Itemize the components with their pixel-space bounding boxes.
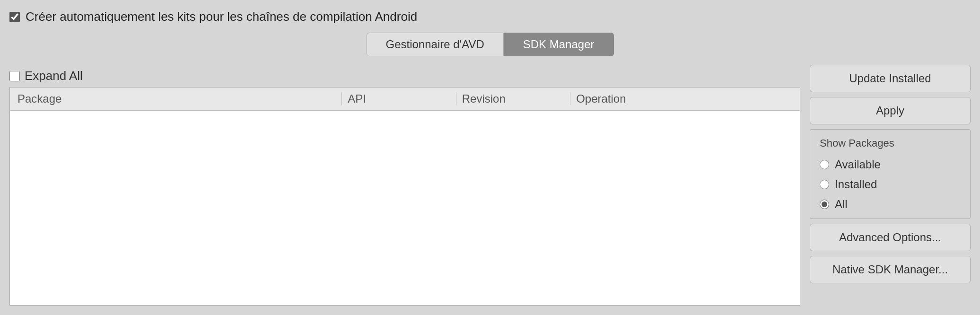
expand-all-checkbox[interactable]: [9, 71, 20, 81]
col-header-revision: Revision: [456, 92, 570, 105]
show-packages-panel: Show Packages Available Installed All: [810, 129, 971, 219]
update-installed-button[interactable]: Update Installed: [810, 65, 971, 92]
tab-avd-manager[interactable]: Gestionnaire d'AVD: [367, 33, 504, 56]
radio-installed-row: Installed: [820, 178, 961, 191]
left-panel: Expand All Package API Revision Operatio…: [9, 65, 800, 306]
expand-all-row: Expand All: [9, 65, 800, 87]
table-header: Package API Revision Operation: [10, 88, 800, 111]
apply-button[interactable]: Apply: [810, 97, 971, 124]
col-header-operation: Operation: [570, 92, 792, 105]
radio-installed-label: Installed: [835, 178, 877, 191]
main-container: Créer automatiquement les kits pour les …: [0, 0, 980, 315]
right-panel: Update Installed Apply Show Packages Ava…: [810, 65, 971, 306]
col-header-package: Package: [18, 92, 341, 105]
tab-buttons-row: Gestionnaire d'AVD SDK Manager: [9, 33, 971, 56]
auto-create-label: Créer automatiquement les kits pour les …: [26, 9, 417, 24]
radio-available[interactable]: [820, 160, 829, 169]
radio-available-row: Available: [820, 158, 961, 171]
expand-all-label: Expand All: [25, 69, 83, 83]
packages-table: Package API Revision Operation: [9, 87, 800, 306]
table-body: [10, 111, 800, 305]
radio-all-label: All: [835, 198, 848, 211]
col-header-api: API: [341, 92, 455, 105]
radio-installed[interactable]: [820, 180, 829, 189]
radio-available-label: Available: [835, 158, 881, 171]
auto-create-checkbox[interactable]: [9, 12, 20, 22]
show-packages-title: Show Packages: [820, 137, 961, 149]
top-bar: Créer automatiquement les kits pour les …: [9, 9, 971, 24]
advanced-options-button[interactable]: Advanced Options...: [810, 224, 971, 251]
native-sdk-manager-button[interactable]: Native SDK Manager...: [810, 256, 971, 283]
tab-sdk-manager[interactable]: SDK Manager: [504, 33, 614, 56]
auto-create-row: Créer automatiquement les kits pour les …: [9, 9, 417, 24]
radio-all[interactable]: [820, 200, 829, 209]
content-area: Expand All Package API Revision Operatio…: [9, 65, 971, 306]
radio-all-row: All: [820, 198, 961, 211]
